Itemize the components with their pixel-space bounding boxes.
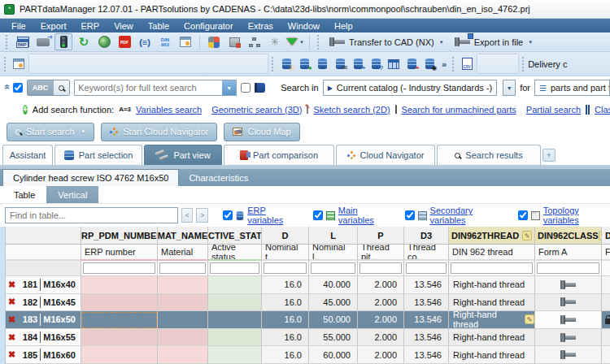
online-update-button[interactable] bbox=[95, 33, 113, 50]
row-header[interactable]: ✖184M16x55 bbox=[6, 329, 81, 347]
csv-export-button[interactable]: CSV bbox=[458, 55, 476, 72]
secondary-variables-checkbox[interactable] bbox=[405, 210, 415, 220]
db-button[interactable] bbox=[313, 55, 331, 72]
cell-form-class[interactable] bbox=[535, 276, 602, 294]
db-mail-button[interactable]: ✉ bbox=[331, 55, 349, 72]
toolbar-drag-handle[interactable] bbox=[522, 57, 525, 72]
erp-variables-checkbox[interactable] bbox=[223, 210, 233, 220]
cell-clipped[interactable] bbox=[602, 276, 610, 294]
cell-l[interactable]: 45.000 bbox=[309, 294, 358, 312]
secondary-variables-link[interactable]: Secondary variables bbox=[430, 206, 503, 225]
main-variables-link[interactable]: Main variables bbox=[338, 206, 390, 225]
variables-search-link[interactable]: Variables search bbox=[136, 105, 202, 115]
transfer-to-cad-button[interactable]: Transfer to CAD (NX) ▼ bbox=[325, 33, 448, 51]
cell-d3[interactable]: 13.546 bbox=[404, 346, 449, 364]
filter-button[interactable]: ▼ bbox=[286, 33, 304, 50]
cell-d3[interactable]: 13.546 bbox=[404, 276, 449, 294]
3d-edit-button[interactable] bbox=[205, 33, 223, 50]
menu-configurator[interactable]: Configurator bbox=[177, 20, 240, 32]
cell-l[interactable]: 50.000 bbox=[309, 311, 358, 329]
window-layout-button[interactable] bbox=[10, 55, 28, 72]
status-traffic-light-button[interactable] bbox=[54, 33, 72, 50]
cell-active-status[interactable] bbox=[208, 311, 262, 329]
cell-erp-number[interactable] bbox=[81, 294, 158, 312]
column-filter-input[interactable] bbox=[159, 262, 206, 274]
menu-extras[interactable]: Extras bbox=[242, 20, 280, 32]
column-filter-input[interactable] bbox=[406, 262, 447, 274]
add-icon[interactable]: + bbox=[23, 105, 28, 115]
topology-variables-checkbox[interactable] bbox=[518, 210, 528, 220]
erp-table-button[interactable] bbox=[385, 55, 403, 72]
tab-vertical-view[interactable]: Vertical bbox=[46, 186, 98, 203]
search-target-select[interactable]: ☰ parts and part families bbox=[534, 80, 610, 96]
cell-material[interactable] bbox=[158, 276, 208, 294]
column-filter-input[interactable] bbox=[359, 262, 402, 274]
wizard-button[interactable]: ✳ bbox=[266, 33, 284, 50]
cell-active-status[interactable] bbox=[208, 329, 262, 347]
cell-active-status[interactable] bbox=[208, 294, 262, 312]
assembly-button[interactable] bbox=[225, 33, 243, 50]
column-header-editable[interactable]: DIN962CLASS✎ bbox=[535, 227, 602, 245]
topology-variables-link[interactable]: Topology variables bbox=[543, 206, 610, 225]
column-header[interactable]: D bbox=[262, 227, 309, 245]
keyword-input[interactable] bbox=[75, 80, 222, 95]
db-new-button[interactable]: + bbox=[403, 55, 420, 72]
cell-d[interactable]: 16.0 bbox=[262, 276, 309, 294]
delete-row-icon[interactable]: ✖ bbox=[8, 280, 15, 289]
find-next-button[interactable]: > bbox=[196, 208, 208, 223]
delete-row-icon[interactable]: ✖ bbox=[8, 297, 15, 306]
cell-form-class[interactable] bbox=[535, 311, 602, 329]
tab-search-results[interactable]: Search results bbox=[437, 145, 541, 165]
partial-search-link[interactable]: Partial search bbox=[526, 105, 581, 115]
cell-erp-number[interactable] bbox=[81, 346, 158, 364]
cell-form-class[interactable] bbox=[535, 329, 602, 347]
menu-file[interactable]: File bbox=[5, 20, 33, 32]
cell-thread[interactable]: Right-hand thread bbox=[449, 329, 535, 347]
cell-material[interactable] bbox=[158, 294, 208, 312]
find-in-table-input[interactable] bbox=[5, 207, 178, 223]
delete-row-icon[interactable]: ✖ bbox=[8, 333, 15, 342]
row-header[interactable]: ✖181M16x40 bbox=[6, 276, 81, 294]
column-header[interactable]: ACTIVE_STATE bbox=[208, 227, 262, 245]
column-filter-input[interactable] bbox=[264, 262, 307, 274]
cell-d[interactable]: 16.0 bbox=[262, 346, 309, 364]
db-add-button[interactable]: + bbox=[349, 55, 367, 72]
column-header[interactable]: P bbox=[358, 227, 404, 245]
find-prev-button[interactable]: < bbox=[181, 208, 194, 223]
toolbar-drag-handle[interactable] bbox=[4, 57, 7, 72]
geometric-search-link[interactable]: Geometric search (3D) bbox=[211, 105, 302, 115]
classification-link[interactable]: Classification 2.0 sea bbox=[595, 105, 610, 115]
menu-window[interactable]: Window bbox=[281, 20, 326, 32]
menu-help[interactable]: Help bbox=[328, 20, 359, 32]
cell-d3[interactable]: 13.546 bbox=[404, 329, 449, 347]
cell-d[interactable]: 16.0 bbox=[262, 329, 309, 347]
start-cloud-navigator-button[interactable]: Start Cloud Navigator bbox=[101, 123, 217, 141]
erp-variables-link[interactable]: ERP variables bbox=[247, 206, 298, 225]
tab-part-selection[interactable]: Part selection bbox=[54, 145, 142, 165]
column-header-clipped[interactable]: D bbox=[602, 227, 610, 245]
catalog-select[interactable]: ▶ Current catalog (- Industry Standards … bbox=[323, 80, 498, 96]
column-header[interactable]: MAT_NAME bbox=[158, 227, 208, 245]
cell-erp-number[interactable] bbox=[81, 329, 158, 347]
dictionary-checkbox[interactable] bbox=[241, 83, 251, 93]
toolbar-drag-handle[interactable] bbox=[317, 35, 320, 50]
menu-view[interactable]: View bbox=[107, 20, 140, 32]
cell-thread[interactable]: Right-hand thread bbox=[449, 276, 535, 294]
cloud-map-button[interactable]: Cloud Map bbox=[224, 123, 299, 141]
db-login-button[interactable]: ⚿ bbox=[277, 55, 295, 72]
tab-table-view[interactable]: Table bbox=[2, 186, 46, 203]
cell-p[interactable]: 2.000 bbox=[358, 294, 404, 312]
tab-part-view[interactable]: Part view bbox=[144, 145, 222, 165]
cell-clipped[interactable] bbox=[602, 346, 610, 364]
cell-clipped[interactable] bbox=[602, 294, 610, 312]
cell-clipped[interactable] bbox=[602, 329, 610, 347]
cell-d[interactable]: 16.0 bbox=[262, 294, 309, 312]
tab-part-comparison[interactable]: Part comparison bbox=[224, 145, 334, 165]
structure-tree-button[interactable] bbox=[246, 33, 264, 50]
cell-thread[interactable]: Right-hand thread✎ bbox=[449, 311, 535, 329]
column-filter-input[interactable] bbox=[311, 262, 355, 274]
cell-active-status[interactable] bbox=[208, 346, 262, 364]
cell-material[interactable] bbox=[158, 346, 208, 364]
tab-cloud-navigator[interactable]: Cloud Navigator bbox=[336, 145, 435, 165]
column-filter-input[interactable] bbox=[451, 262, 533, 274]
